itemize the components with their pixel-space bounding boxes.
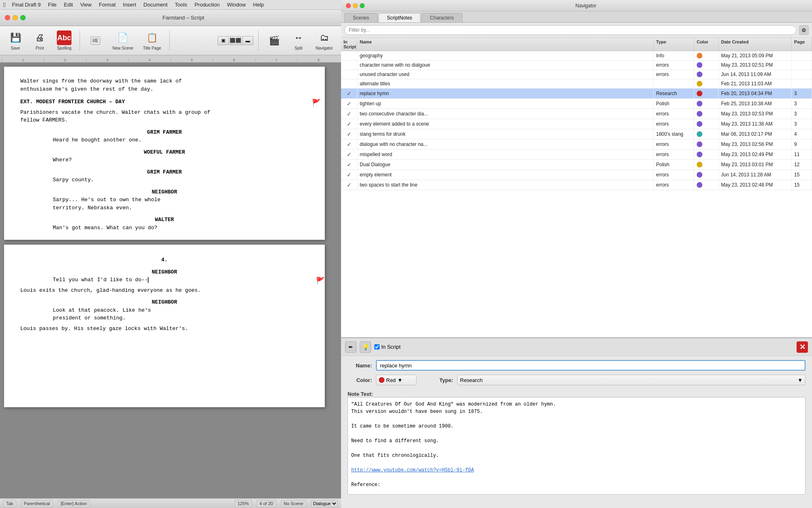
row-date-9: May 23, 2013 02:56 PM [719,139,792,149]
menu-document[interactable]: Document [140,1,171,9]
ruler-mark-3: 3 [86,59,128,62]
nav-min-button[interactable] [353,3,358,8]
table-row[interactable]: ✓replace hymnResearchFeb 20, 2013 04:34 … [341,89,812,99]
row-check-11: ✓ [341,160,357,169]
menu-file[interactable]: File [45,1,60,9]
row-name-11: Dual Dialogue [357,160,654,169]
nav-search-bar: ⚙ [341,23,812,38]
name-input[interactable] [376,360,806,371]
split-button[interactable]: ↔ Split [288,29,309,52]
script-pages[interactable]: Walter sings from the doorway with the s… [0,63,341,498]
menu-window[interactable]: Window [224,1,249,9]
row-color-3 [694,79,719,88]
menu-edit[interactable]: Edit [60,1,76,9]
table-row[interactable]: ✓Dual DialoguePolishMay 23, 2013 03:01 P… [341,160,812,170]
row-page-6: 3 [792,109,812,119]
flag-char-1[interactable]: 🚩 [340,128,341,139]
ie-button[interactable]: I/E [85,32,106,50]
detail-close-button[interactable]: ✕ [797,341,808,353]
table-row[interactable]: ✓dialogue with no character na...errorsM… [341,139,812,150]
row-page-10: 11 [792,150,812,159]
table-row[interactable]: ✓mispelled worderrorsMay 23, 2013 02:49 … [341,150,812,160]
new-scene-button[interactable]: 📄 New Scene [109,29,136,52]
table-header: In Script Name Type Color Date Created P… [341,38,812,51]
detail-bulb-icon[interactable]: 💡 [360,341,371,353]
view-single[interactable]: ▣ [218,36,229,45]
row-name-0: geography [357,51,654,60]
col-color: Color [694,38,719,51]
character-woeful-1: WOEFUL FARMER [20,148,309,156]
note-reference-label: Reference: [351,481,802,488]
note-text-section: Note Text: "All Creatures Of Our God And… [348,389,806,495]
tab-characters[interactable]: Characters [421,13,462,22]
menu-app[interactable]: Final Draft 9 [9,1,44,9]
table-row[interactable]: ✓empty elementerrorsJun 14, 2013 11:28 A… [341,170,812,180]
scene-cards-icon: 🎬 [267,33,281,48]
row-type-6: errors [654,109,694,119]
table-row[interactable]: character name with no dialgoueerrorsMay… [341,61,812,70]
element-type-select[interactable]: Dialogue [311,500,338,507]
row-color-1 [694,61,719,69]
menu-view[interactable]: View [77,1,95,9]
search-options-button[interactable]: ⚙ [799,25,809,35]
view-split-v[interactable]: ⬛⬛ [230,36,241,45]
flag-scene-1[interactable]: 🚩 [312,98,321,109]
flag-char-2[interactable]: 🚩 [340,188,341,199]
close-button[interactable] [5,15,10,20]
minimize-button[interactable] [13,15,18,20]
save-button[interactable]: 💾 Save [5,29,26,52]
maximize-button[interactable] [20,15,26,20]
row-color-2 [694,70,719,79]
character-grim-2: GRIM FARMER [20,168,309,176]
in-script-label: In Script [381,344,401,350]
row-date-7: May 23, 2013 11:36 AM [719,119,792,129]
table-row[interactable]: ✓slang terms for drunk1800's slangMar 08… [341,129,812,139]
table-row[interactable]: ✓two consecutive character dia...errorsM… [341,109,812,119]
scene-cards-button[interactable]: 🎬 [263,32,285,50]
table-row[interactable]: ✓two spaces to start the lineerrorsMay 2… [341,180,812,190]
scene-info: No Scene [281,500,306,507]
table-row[interactable]: ✓tighten upPolishFeb 25, 2013 10:38 AM3 [341,99,812,109]
menu-tools[interactable]: Tools [172,1,190,9]
table-row[interactable]: alternate titlesFeb 21, 2013 11:03 AM [341,79,812,89]
title-page-button[interactable]: 📋 Title Page [140,29,164,52]
in-script-checkbox[interactable] [374,344,380,350]
row-type-4: Research [654,89,694,98]
row-date-2: Jun 14, 2013 11:09 AM [719,70,792,79]
row-name-1: character name with no dialgoue [357,61,654,69]
menu-production[interactable]: Production [191,1,223,9]
menu-help[interactable]: Help [250,1,267,9]
row-name-5: tighten up [357,99,654,109]
flag-dialogue-1[interactable]: 🚩 [316,276,325,287]
color-select[interactable]: Red ▼ [376,375,417,385]
row-type-10: errors [654,150,694,159]
table-row[interactable]: geographyInfoMay 21, 2013 05:09 PM [341,51,812,61]
scriptnotes-table: In Script Name Type Color Date Created P… [341,38,812,337]
row-type-9: errors [654,139,694,149]
type-select[interactable]: Research ▼ [457,375,806,385]
color-type-row: Color: Red ▼ Type: Research ▼ [348,375,806,385]
menu-format[interactable]: Format [96,1,119,9]
detail-script-icon[interactable]: ✒ [345,341,356,353]
status-bar: Tab Parenthetical [Enter] Action 125% 4 … [0,498,341,508]
table-row[interactable]: unused character usederrorsJun 14, 2013 … [341,70,812,79]
search-input[interactable] [344,25,797,35]
detail-panel: ✒ 💡 In Script ✕ Name: Color: Red ▼ Type: [341,337,812,508]
nav-max-button[interactable] [360,3,365,8]
note-textarea[interactable]: "All Creatures Of Our God And King" was … [348,397,806,495]
print-button[interactable]: 🖨 Print [29,29,50,52]
row-type-2: errors [654,70,694,79]
spelling-button[interactable]: Abc Spelling [54,29,75,52]
tab-scenes[interactable]: Scenes [344,13,378,22]
check-mark: ✓ [347,131,352,137]
navigator-button[interactable]: 🗂 Navigator [312,29,336,52]
view-split-h[interactable]: ▬ [242,36,253,45]
detail-toolbar: ✒ 💡 In Script ✕ [341,338,812,356]
row-color-9 [694,139,719,149]
note-link-1[interactable]: http://www.youtube.com/watch?v=HSbl-9i-f… [351,467,802,474]
menu-insert[interactable]: Insert [120,1,140,9]
row-name-3: alternate titles [357,79,654,88]
nav-close-button[interactable] [346,3,351,8]
tab-scriptnotes[interactable]: ScriptNotes [378,13,421,22]
table-row[interactable]: ✓every element added to a sceneerrorsMay… [341,119,812,129]
